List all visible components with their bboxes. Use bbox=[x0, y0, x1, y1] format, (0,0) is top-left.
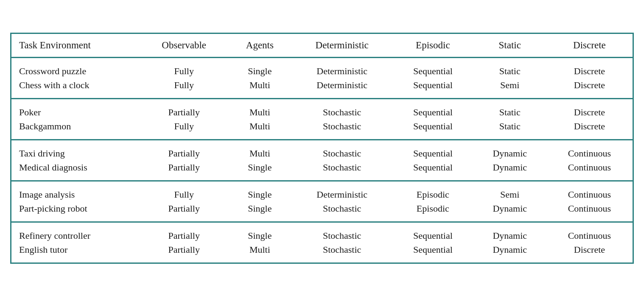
col-header-episodic: Episodic bbox=[392, 34, 473, 58]
cell-value: Partially bbox=[168, 146, 200, 160]
cell-value: Refinery controller bbox=[19, 229, 90, 243]
cell-deterministic-row1: StochasticStochastic bbox=[291, 98, 392, 140]
cell-value: Backgammon bbox=[19, 119, 71, 133]
cell-static-row0: StaticSemi bbox=[473, 57, 546, 98]
cell-env-row1: PokerBackgammon bbox=[11, 98, 140, 140]
cell-value: Multi bbox=[249, 105, 270, 119]
cell-value: Partially bbox=[168, 105, 200, 119]
header-row: Task EnvironmentObservableAgentsDetermin… bbox=[11, 34, 633, 58]
cell-value: Stochastic bbox=[323, 119, 361, 133]
col-header-observable: Observable bbox=[140, 34, 228, 58]
cell-value: Sequential bbox=[413, 146, 453, 160]
table-row: Image analysisPart-picking robotFullyPar… bbox=[11, 181, 633, 222]
col-header-agents: Agents bbox=[228, 34, 291, 58]
cell-agents-row3: SingleSingle bbox=[228, 181, 291, 222]
cell-value: Discrete bbox=[574, 64, 605, 78]
cell-value: Semi bbox=[500, 187, 519, 201]
cell-value: Fully bbox=[174, 187, 193, 201]
cell-value: Single bbox=[248, 64, 272, 78]
cell-value: Stochastic bbox=[323, 160, 361, 174]
cell-value: Single bbox=[248, 187, 272, 201]
cell-value: Sequential bbox=[413, 243, 453, 257]
cell-value: Partially bbox=[168, 160, 200, 174]
cell-value: Single bbox=[248, 201, 272, 215]
cell-env-row0: Crossword puzzleChess with a clock bbox=[11, 57, 140, 98]
cell-value: Continuous bbox=[568, 160, 611, 174]
cell-value: Sequential bbox=[413, 160, 453, 174]
cell-value: Continuous bbox=[568, 229, 611, 243]
cell-agents-row2: MultiSingle bbox=[228, 140, 291, 181]
cell-value: English tutor bbox=[19, 243, 67, 257]
cell-value: Image analysis bbox=[19, 187, 75, 201]
cell-discrete-row2: ContinuousContinuous bbox=[546, 140, 633, 181]
cell-value: Sequential bbox=[413, 229, 453, 243]
cell-value: Single bbox=[248, 160, 272, 174]
cell-value: Medical diagnosis bbox=[19, 160, 87, 174]
table-row: PokerBackgammonPartiallyFullyMultiMultiS… bbox=[11, 98, 633, 140]
cell-deterministic-row3: DeterministicStochastic bbox=[291, 181, 392, 222]
cell-env-row2: Taxi drivingMedical diagnosis bbox=[11, 140, 140, 181]
col-header-task-environment: Task Environment bbox=[11, 34, 140, 58]
cell-value: Sequential bbox=[413, 105, 453, 119]
cell-value: Discrete bbox=[574, 119, 605, 133]
col-header-discrete: Discrete bbox=[546, 34, 633, 58]
cell-episodic-row0: SequentialSequential bbox=[392, 57, 473, 98]
col-header-static: Static bbox=[473, 34, 546, 58]
cell-value: Deterministic bbox=[316, 64, 367, 78]
cell-deterministic-row2: StochasticStochastic bbox=[291, 140, 392, 181]
cell-value: Partially bbox=[168, 201, 200, 215]
cell-value: Discrete bbox=[574, 105, 605, 119]
table-row: Taxi drivingMedical diagnosisPartiallyPa… bbox=[11, 140, 633, 181]
cell-value: Dynamic bbox=[493, 229, 527, 243]
cell-value: Multi bbox=[249, 78, 270, 92]
cell-value: Continuous bbox=[568, 146, 611, 160]
cell-deterministic-row4: StochasticStochastic bbox=[291, 222, 392, 262]
cell-value: Stochastic bbox=[323, 229, 361, 243]
cell-agents-row4: SingleMulti bbox=[228, 222, 291, 262]
cell-value: Sequential bbox=[413, 119, 453, 133]
cell-episodic-row3: EpisodicEpisodic bbox=[392, 181, 473, 222]
task-environment-table: Task EnvironmentObservableAgentsDetermin… bbox=[10, 33, 634, 264]
cell-agents-row0: SingleMulti bbox=[228, 57, 291, 98]
cell-value: Stochastic bbox=[323, 201, 361, 215]
cell-value: Dynamic bbox=[493, 160, 527, 174]
table-row: Refinery controllerEnglish tutorPartiall… bbox=[11, 222, 633, 262]
cell-static-row3: SemiDynamic bbox=[473, 181, 546, 222]
cell-value: Multi bbox=[249, 146, 270, 160]
cell-value: Sequential bbox=[413, 64, 453, 78]
cell-observable-row2: PartiallyPartially bbox=[140, 140, 228, 181]
cell-value: Multi bbox=[249, 243, 270, 257]
cell-static-row1: StaticStatic bbox=[473, 98, 546, 140]
cell-static-row4: DynamicDynamic bbox=[473, 222, 546, 262]
cell-agents-row1: MultiMulti bbox=[228, 98, 291, 140]
cell-value: Episodic bbox=[417, 187, 449, 201]
cell-episodic-row2: SequentialSequential bbox=[392, 140, 473, 181]
cell-value: Dynamic bbox=[493, 146, 527, 160]
cell-observable-row4: PartiallyPartially bbox=[140, 222, 228, 262]
cell-value: Discrete bbox=[574, 243, 605, 257]
cell-deterministic-row0: DeterministicDeterministic bbox=[291, 57, 392, 98]
cell-value: Episodic bbox=[417, 201, 449, 215]
cell-value: Sequential bbox=[413, 78, 453, 92]
cell-value: Stochastic bbox=[323, 105, 361, 119]
cell-discrete-row4: ContinuousDiscrete bbox=[546, 222, 633, 262]
cell-value: Dynamic bbox=[493, 201, 527, 215]
cell-episodic-row4: SequentialSequential bbox=[392, 222, 473, 262]
cell-value: Crossword puzzle bbox=[19, 64, 86, 78]
cell-value: Part-picking robot bbox=[19, 201, 87, 215]
cell-value: Static bbox=[499, 119, 521, 133]
cell-value: Partially bbox=[168, 229, 200, 243]
table-row: Crossword puzzleChess with a clockFullyF… bbox=[11, 57, 633, 98]
cell-value: Static bbox=[499, 105, 521, 119]
cell-static-row2: DynamicDynamic bbox=[473, 140, 546, 181]
cell-value: Chess with a clock bbox=[19, 78, 90, 92]
cell-value: Single bbox=[248, 229, 272, 243]
cell-value: Semi bbox=[500, 78, 519, 92]
cell-observable-row3: FullyPartially bbox=[140, 181, 228, 222]
cell-value: Continuous bbox=[568, 201, 611, 215]
cell-value: Deterministic bbox=[316, 78, 367, 92]
cell-discrete-row0: DiscreteDiscrete bbox=[546, 57, 633, 98]
cell-episodic-row1: SequentialSequential bbox=[392, 98, 473, 140]
cell-value: Discrete bbox=[574, 78, 605, 92]
cell-value: Fully bbox=[174, 64, 193, 78]
